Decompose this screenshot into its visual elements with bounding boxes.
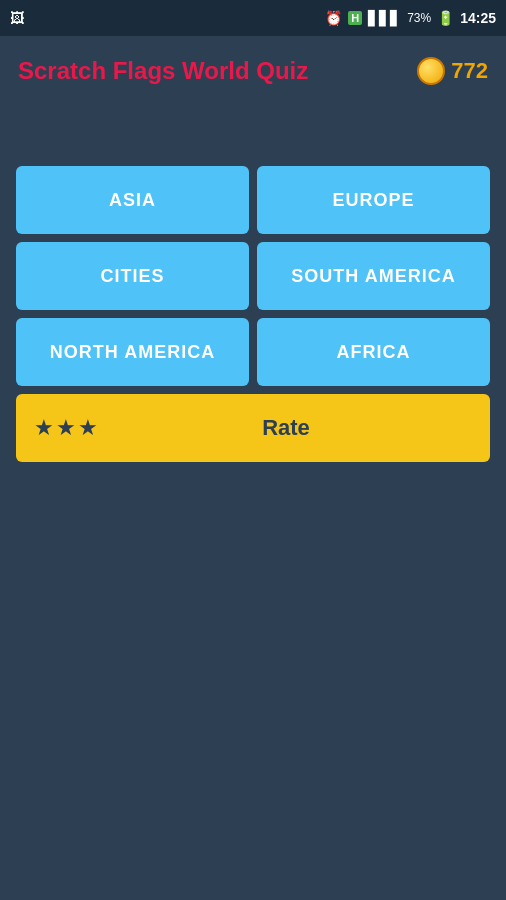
category-asia-button[interactable]: ASIA bbox=[16, 166, 249, 234]
category-south-america-button[interactable]: SOUTH AMERICA bbox=[257, 242, 490, 310]
app-title: Scratch Flags World Quiz bbox=[18, 57, 308, 85]
main-content: ASIA EUROPE CITIES SOUTH AMERICA NORTH A… bbox=[0, 106, 506, 462]
image-icon: 🖼 bbox=[10, 10, 24, 26]
coin-container: 772 bbox=[417, 57, 488, 85]
category-africa-button[interactable]: AFRICA bbox=[257, 318, 490, 386]
rate-stars: ★★★ bbox=[34, 415, 100, 441]
rate-label: Rate bbox=[100, 415, 472, 441]
coin-icon bbox=[417, 57, 445, 85]
rate-button[interactable]: ★★★ Rate bbox=[16, 394, 490, 462]
h-network-icon: H bbox=[348, 11, 362, 25]
clock-icon: ⏰ bbox=[325, 10, 342, 26]
status-bar-left: 🖼 bbox=[10, 10, 24, 26]
app-header: Scratch Flags World Quiz 772 bbox=[0, 36, 506, 106]
signal-icon: ▋▋▋ bbox=[368, 10, 401, 26]
category-europe-button[interactable]: EUROPE bbox=[257, 166, 490, 234]
category-grid: ASIA EUROPE CITIES SOUTH AMERICA NORTH A… bbox=[16, 166, 490, 386]
status-bar-right: ⏰ H ▋▋▋ 73% 🔋 14:25 bbox=[325, 10, 496, 26]
category-cities-button[interactable]: CITIES bbox=[16, 242, 249, 310]
status-bar: 🖼 ⏰ H ▋▋▋ 73% 🔋 14:25 bbox=[0, 0, 506, 36]
category-north-america-button[interactable]: NORTH AMERICA bbox=[16, 318, 249, 386]
battery-icon: 🔋 bbox=[437, 10, 454, 26]
status-time: 14:25 bbox=[460, 10, 496, 26]
battery-percentage: 73% bbox=[407, 11, 431, 25]
coin-count: 772 bbox=[451, 58, 488, 84]
